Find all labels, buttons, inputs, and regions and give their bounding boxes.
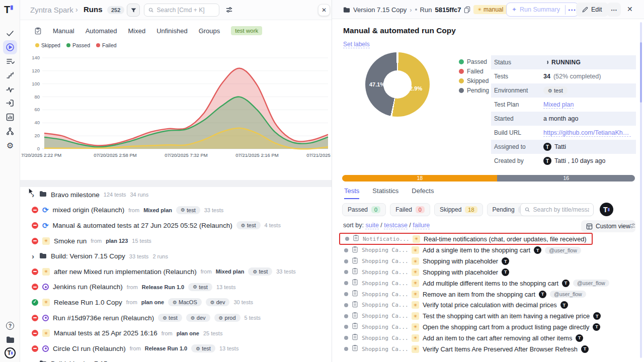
plan-name[interactable]: Mixed plan (216, 268, 245, 275)
plan-name[interactable]: Release Run 1.0 (145, 345, 187, 351)
tab-statistics[interactable]: Statistics (372, 187, 398, 199)
run-row[interactable]: Jenkins run (Relaunch)fromRelease Run 1.… (20, 280, 332, 295)
gear-icon[interactable]: ⚙ (3, 138, 17, 152)
test-title[interactable]: Shopping with placeholder (423, 268, 498, 276)
filter-pill-skipped[interactable]: Skipped18 (434, 203, 483, 216)
run-title[interactable]: Release Run 1.0 Copy (54, 299, 122, 306)
test-row[interactable]: Shopping Ca...✳Shopping with placeholder… (332, 267, 644, 278)
view-settings-icon[interactable] (629, 222, 636, 231)
run-row[interactable]: Run #15d9736e rerun (Relaunch)⚙test⚙dev⚙… (20, 310, 332, 326)
info-link[interactable]: https://github.com/TetianaKhomen... (543, 129, 631, 137)
test-row[interactable]: Notificatio...✳Real-time notifications (… (339, 233, 593, 245)
runs-group-row[interactable]: ›Build: Version 7.15 Copy33 tests2 runs (20, 248, 332, 264)
column-settings-icon[interactable] (225, 6, 233, 16)
tab-manual[interactable]: Manual (53, 27, 74, 35)
close-detail-button[interactable]: ✕ (627, 5, 633, 13)
test-row[interactable]: Shopping Ca...✳Add multiple different it… (332, 278, 644, 289)
tab-mixed[interactable]: Mixed (128, 27, 146, 35)
run-title[interactable]: after new Mixed run implementation (Rela… (54, 268, 197, 276)
report-icon[interactable] (3, 110, 17, 124)
group-title[interactable]: Bravo milestone (51, 191, 100, 199)
test-row[interactable]: Shopping Ca...✳Remove an item from the s… (332, 289, 644, 300)
run-title[interactable]: Jenkins run (Relaunch) (53, 283, 123, 291)
test-row[interactable]: Shopping Ca...✳Add a single item to the … (332, 245, 644, 256)
test-row[interactable]: Shopping Ca...✳Shopping with placeholder… (332, 256, 644, 267)
plan-name[interactable]: Release Run 1.0 (142, 284, 184, 290)
tab-unfinished[interactable]: Unfinished (156, 27, 187, 35)
custom-view-button[interactable]: Custom view (581, 220, 635, 232)
import-icon[interactable] (3, 96, 17, 110)
expand-chevron-icon[interactable]: › (32, 252, 34, 260)
run-row[interactable]: ✳Release Run 1.0 Copyfromplan one⚙MacOS⚙… (20, 295, 332, 310)
filter-pill-passed[interactable]: Passed0 (342, 203, 386, 216)
test-row[interactable]: Shopping Ca...✳Verify Cart Items Are Pre… (332, 343, 644, 354)
tab-groups[interactable]: Groups (199, 27, 220, 35)
test-title[interactable]: Add an item to the cart after removing a… (423, 334, 572, 342)
plan-name[interactable]: plan 123 (106, 238, 128, 244)
test-row[interactable]: Shopping Ca...✳Add an item to the cart a… (332, 332, 644, 343)
run-title[interactable]: Manual tests at 25 Apr 2025 16:16 (54, 329, 157, 337)
breadcrumb-project[interactable]: Zyntra Spark (30, 6, 73, 14)
run-row[interactable]: ✳Smoke runfromplan 12315 tests (20, 233, 332, 249)
breadcrumb-page[interactable]: Runs (84, 5, 103, 14)
profile-avatar[interactable]: T▮ (3, 346, 17, 360)
close-panel-button[interactable]: ✕ (318, 4, 330, 16)
plan-name[interactable]: Mixed plan (143, 207, 172, 213)
test-title[interactable]: Open the shopping cart from a product li… (423, 323, 589, 331)
test-title[interactable]: Shopping with placeholder (423, 257, 498, 265)
run-title[interactable]: Smoke run (54, 237, 87, 245)
test-title[interactable]: Test the shopping cart with an item havi… (423, 312, 590, 320)
run-summary-button[interactable]: ✦Run Summary ⋯ (506, 3, 579, 17)
filter-pill-failed[interactable]: Failed0 (390, 203, 430, 216)
list-check-icon[interactable] (3, 54, 17, 68)
run-row[interactable]: Circle CI run (Relaunch)fromRelease Run … (20, 341, 332, 356)
folder-icon[interactable] (3, 332, 17, 346)
tag-badge[interactable]: test work (231, 26, 262, 35)
check-icon[interactable] (3, 26, 17, 40)
test-title[interactable]: Add multiple different items to the shop… (423, 280, 558, 287)
info-link[interactable]: Mixed plan (543, 101, 574, 109)
test-row[interactable]: Shopping Ca...✳Verify total price calcul… (332, 300, 644, 311)
plan-name[interactable]: plan one (177, 330, 199, 336)
branch-icon[interactable] (3, 124, 17, 138)
run-row[interactable]: ✳Manual tests at 25 Apr 2025 16:16frompl… (20, 325, 332, 341)
runs-search-input[interactable] (144, 4, 219, 17)
scrollbar[interactable] (640, 22, 642, 358)
sort-link-failure[interactable]: failure (413, 222, 430, 229)
breadcrumb-build[interactable]: Version 7.15 Copy (353, 6, 407, 14)
filter-button[interactable] (127, 4, 140, 17)
run-title[interactable]: mixed origin (Relaunch) (53, 206, 125, 214)
sort-link-suite[interactable]: suite (365, 222, 378, 229)
expand-chevron-icon[interactable]: › (32, 359, 34, 362)
scrollbar-thumb[interactable] (640, 42, 642, 103)
tab-automated[interactable]: Automated (86, 27, 117, 35)
steps-icon[interactable] (3, 68, 17, 82)
run-title[interactable]: Circle CI run (Relaunch) (53, 345, 126, 352)
runs-play-icon[interactable] (3, 40, 17, 54)
copy-icon[interactable] (464, 6, 470, 13)
run-title[interactable]: Manual & automated tests at 27 Jun 2025 … (53, 222, 232, 229)
run-row[interactable]: ✳after new Mixed run implementation (Rel… (20, 264, 332, 280)
tab-tests[interactable]: Tests (344, 187, 359, 199)
tab-defects[interactable]: Defects (412, 187, 434, 199)
edit-button[interactable]: Edit (576, 3, 608, 17)
test-title[interactable]: Add a single item to the shopping cart (423, 246, 530, 254)
app-logo-icon[interactable]: T▮ (4, 4, 16, 16)
help-icon[interactable]: ? (3, 319, 17, 333)
runs-group-row[interactable]: ›Build: Version 7.1569 tests3 runs (20, 356, 332, 362)
test-row[interactable]: Shopping Ca...✳Open the shopping cart fr… (332, 322, 644, 333)
pulse-icon[interactable] (3, 82, 17, 97)
group-title[interactable]: Build: Version 7.15 (51, 360, 108, 362)
run-row[interactable]: ⟳Manual & automated tests at 27 Jun 2025… (20, 218, 332, 233)
run-title[interactable]: Run #15d9736e rerun (Relaunch) (53, 314, 154, 322)
plan-name[interactable]: plan one (141, 299, 164, 305)
more-actions-button[interactable]: ⋯ (607, 3, 621, 17)
tests-search-input[interactable] (520, 203, 594, 216)
test-title[interactable]: Verify Cart Items Are Preserved After Br… (423, 345, 578, 353)
run-row[interactable]: ⟳mixed origin (Relaunch)fromMixed plan⚙t… (20, 203, 332, 218)
sort-link-testcase[interactable]: testcase (384, 222, 408, 229)
test-title[interactable]: Remove an item from the shopping cart (423, 291, 535, 298)
group-title[interactable]: Build: Version 7.15 Copy (51, 252, 125, 260)
runs-group-row[interactable]: ›Bravo milestone124 tests34 runs (20, 187, 332, 203)
test-row[interactable]: Shopping Ca...✳Test the shopping cart wi… (332, 311, 644, 322)
